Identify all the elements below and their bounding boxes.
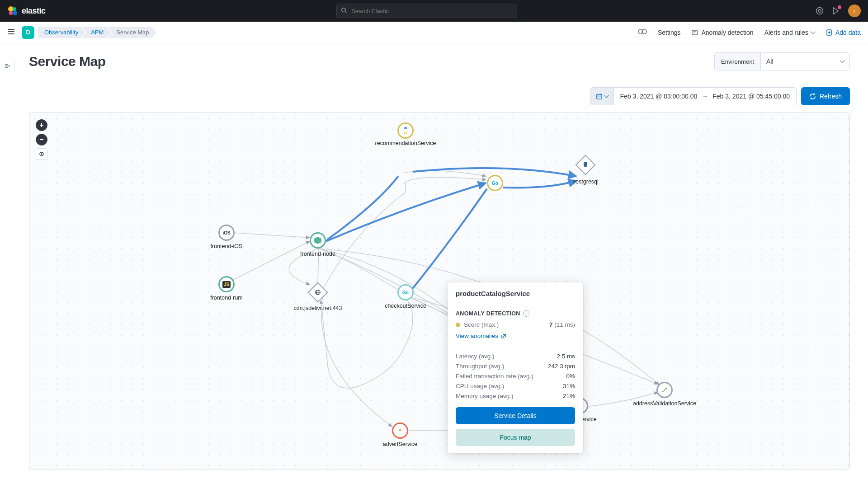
help-icon[interactable] <box>816 7 824 15</box>
chevron-down-icon <box>604 93 609 98</box>
node-label: postgresql <box>572 178 599 185</box>
metric-row: CPU usage (avg.)31% <box>456 383 575 389</box>
svg-point-42 <box>665 388 667 389</box>
space-selector[interactable]: D <box>22 26 34 39</box>
search-input[interactable] <box>336 4 517 18</box>
node-frontend-ios[interactable]: iOS <box>218 225 235 241</box>
global-search <box>336 4 517 18</box>
calendar-button[interactable] <box>590 88 614 105</box>
arrow-right-icon: → <box>702 93 708 100</box>
node-address-validation[interactable] <box>656 382 673 398</box>
score-severity-dot <box>456 323 460 327</box>
node-label: frontend-iOS <box>211 243 243 249</box>
node-label: frontend-rum <box>210 295 243 301</box>
time-filter-row: Feb 3, 2021 @ 03:00:00.00 → Feb 3, 2021 … <box>29 87 850 105</box>
plus-doc-icon <box>826 29 833 36</box>
metric-row: Latency (avg.)2.5 ms <box>456 353 575 360</box>
app-toolbar: D Observability APM Service Map Settings… <box>0 22 868 43</box>
brand-text: elastic <box>22 6 46 16</box>
focus-map-button[interactable]: Focus map <box>456 429 575 446</box>
elastic-logo-icon <box>7 5 18 16</box>
node-frontend-node[interactable] <box>310 232 326 249</box>
score-label: Score (max.) <box>464 321 499 328</box>
notification-dot <box>838 5 841 9</box>
newsfeed-icon[interactable] <box>832 7 840 15</box>
svg-point-3 <box>13 11 17 15</box>
chevron-down-icon <box>840 58 844 63</box>
score-value: 7 <box>549 321 553 328</box>
service-details-button[interactable]: Service Details <box>456 407 575 424</box>
svg-point-40 <box>664 389 665 391</box>
page-title: Service Map <box>29 54 106 69</box>
view-anomalies-link[interactable]: View anomalies <box>456 333 506 339</box>
time-from: Feb 3, 2021 @ 03:00:00.00 <box>620 93 698 100</box>
settings-link[interactable]: Settings <box>658 29 681 36</box>
nav-toggle-icon[interactable] <box>7 28 15 37</box>
add-data-link[interactable]: Add data <box>826 29 861 36</box>
breadcrumb-apm[interactable]: APM <box>82 27 111 38</box>
time-range-text: Feb 3, 2021 @ 03:00:00.00 → Feb 3, 2021 … <box>614 93 796 100</box>
page-content: Service Map Environment All Feb 3, 2021 … <box>0 43 868 479</box>
page-header: Service Map Environment All <box>29 52 850 78</box>
environment-selector[interactable]: Environment All <box>714 52 850 70</box>
node-recommendation[interactable] <box>397 122 414 139</box>
node-postgresql[interactable] <box>578 158 593 172</box>
breadcrumb: Observability APM Service Map <box>38 27 156 38</box>
node-label: frontend-node <box>300 251 335 257</box>
popover-title: productCatalogService <box>456 290 575 304</box>
node-advert[interactable] <box>392 422 408 439</box>
info-icon[interactable]: i <box>523 310 529 317</box>
calendar-icon <box>596 93 603 100</box>
svg-point-7 <box>818 9 821 12</box>
time-to: Feb 3, 2021 @ 05:45:00.00 <box>712 93 790 100</box>
metric-row: Failed transaction rate (avg.)0% <box>456 373 575 380</box>
metrics-list: Latency (avg.)2.5 ms Throughput (avg.)24… <box>456 345 575 399</box>
environment-value: All <box>761 58 849 65</box>
anomaly-section-header: ANOMALY DETECTION i <box>456 310 575 317</box>
metric-row: Throughput (avg.)242.3 tpm <box>456 363 575 370</box>
node-label: recommendationService <box>375 140 436 146</box>
external-link-icon <box>501 333 506 339</box>
svg-point-1 <box>13 7 16 11</box>
anomaly-score-row: Score (max.) 7 (11 ms) <box>456 321 575 328</box>
logo[interactable]: elastic <box>7 5 46 16</box>
node-label: addressValidationService <box>633 400 696 407</box>
alerts-rules-dropdown[interactable]: Alerts and rules <box>764 29 815 36</box>
toolbar-actions: Settings Anomaly detection Alerts and ru… <box>638 28 861 36</box>
svg-point-6 <box>816 8 823 14</box>
svg-point-2 <box>9 11 13 15</box>
user-avatar[interactable]: r <box>848 5 861 17</box>
svg-line-5 <box>345 12 347 14</box>
breadcrumb-current: Service Map <box>107 27 156 38</box>
graph-edges <box>29 113 849 469</box>
date-range-picker[interactable]: Feb 3, 2021 @ 03:00:00.00 → Feb 3, 2021 … <box>590 87 797 105</box>
service-map-canvas[interactable]: recommendationService postgresql Go iOS … <box>29 113 850 469</box>
refresh-button[interactable]: Refresh <box>801 87 850 105</box>
inspect-icon[interactable] <box>638 28 647 36</box>
node-label: cdn.jsdelivr.net:443 <box>293 305 342 311</box>
node-frontend-rum[interactable]: JS <box>218 276 235 292</box>
node-cdn[interactable] <box>311 285 325 300</box>
environment-label: Environment <box>715 53 761 70</box>
node-label: checkoutService <box>385 303 426 309</box>
svg-point-4 <box>342 8 346 12</box>
svg-rect-22 <box>596 94 601 99</box>
chevron-down-icon <box>810 29 815 34</box>
node-label: advertService <box>383 441 417 447</box>
node-product-catalog[interactable]: Go <box>487 175 503 191</box>
node-checkout[interactable]: Go <box>397 284 414 300</box>
anomaly-detection-link[interactable]: Anomaly detection <box>691 29 753 36</box>
refresh-icon <box>809 93 816 100</box>
metric-row: Memory usage (avg.)21% <box>456 393 575 399</box>
svg-rect-13 <box>692 30 698 35</box>
service-popover: productCatalogService ANOMALY DETECTION … <box>448 282 583 453</box>
score-ms: (11 ms) <box>554 321 575 328</box>
breadcrumb-observability[interactable]: Observability <box>38 27 85 38</box>
global-header: elastic r <box>0 0 868 22</box>
header-actions: r <box>816 5 861 17</box>
sidebar-expand-button[interactable] <box>0 59 14 73</box>
brain-icon <box>691 29 698 36</box>
svg-point-41 <box>662 391 664 393</box>
search-icon <box>341 7 347 15</box>
